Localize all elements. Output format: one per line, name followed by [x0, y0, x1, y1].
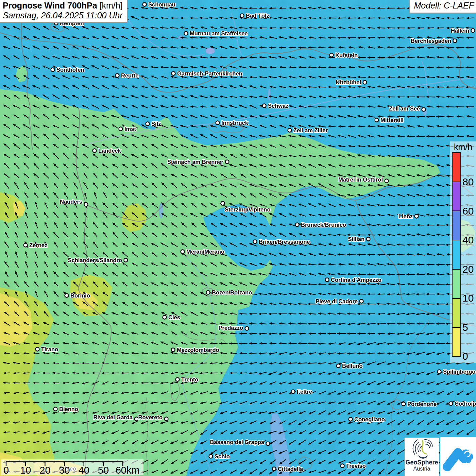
city-dot: [449, 402, 453, 406]
city-meran-merano: Meran/Merano: [181, 249, 224, 255]
city-dot: [245, 327, 249, 330]
city-brixen-bressanone: Brixen/Bressanone: [253, 239, 310, 245]
city-label: Bassano del Grappa: [210, 439, 264, 445]
city-dot: [172, 72, 175, 75]
legend-value-0: 0: [462, 351, 468, 361]
city-dot: [253, 240, 257, 244]
legend-value-60: 60: [462, 206, 474, 216]
city-label: Steinach am Brenner: [167, 159, 224, 165]
city-label: Kufstein: [335, 52, 358, 58]
city-mezzolombardo: Mezzolombardo: [171, 347, 219, 353]
scale-tick-label: 0: [3, 465, 9, 475]
city-dot: [116, 74, 119, 78]
legend-value-80: 80: [462, 177, 474, 187]
city-label: Berchtesgaden: [411, 38, 451, 44]
city-label: Matrei in Osttirol: [338, 176, 383, 183]
city-label: Spilimbergo: [443, 369, 475, 375]
city-dot: [54, 407, 57, 411]
city-label: Pordenone: [407, 401, 437, 407]
legend-segment-60: [453, 182, 460, 211]
city-bassano-del-grappa: Bassano del Grappa: [210, 439, 270, 446]
city-label: Mittersill: [380, 117, 404, 123]
lake-achensee: [268, 88, 271, 101]
scale-tick-label: 60km: [116, 465, 140, 475]
city-dot: [295, 223, 299, 227]
legend-value-5: 5: [462, 322, 468, 333]
city-dot: [209, 455, 213, 458]
city-dot: [93, 149, 97, 153]
city-label: Schongau: [148, 1, 175, 7]
city-schlanders-silandro: Schlanders/Silandro: [68, 257, 128, 263]
city-pieve-di-cadore: Pieve di Cadore: [316, 298, 363, 304]
map-title: Prognose Wind 700hPa [km/h]: [3, 1, 123, 11]
legend-value-20: 20: [462, 264, 474, 274]
city-dot: [206, 291, 210, 294]
city-dot: [163, 316, 167, 319]
legend-color-bar: [452, 152, 461, 357]
city-dot: [171, 348, 175, 352]
city-bozen-bolzano: Bozen/Bolzano: [206, 289, 252, 295]
city-matrei-in-osttirol: Matrei in Osttirol: [338, 176, 389, 183]
city-label: Reutte: [121, 72, 138, 79]
mountain-cloud-icon: [440, 437, 476, 476]
city-label: Trento: [181, 376, 198, 382]
city-label: Belluno: [342, 363, 363, 369]
city-dot: [84, 203, 88, 206]
geosphere-logo-box: GeoSphere Austria: [405, 438, 439, 476]
city-label: Murnau am Staffelsee: [190, 30, 248, 36]
geosphere-wordmark: GeoSphere: [405, 459, 439, 466]
city-label: Kitzbühel: [336, 79, 361, 85]
city-label: Predazzo: [219, 325, 243, 331]
city-dot: [360, 300, 363, 303]
city-murnau-am-staffelsee: Murnau am Staffelsee: [184, 30, 248, 36]
city-label: Lienz: [398, 213, 413, 219]
scale-tick-label: 40: [79, 465, 89, 475]
city-label: Bormio: [70, 292, 90, 299]
scale-ruler: 0102030405060km: [1, 459, 143, 475]
city-dot: [221, 202, 225, 205]
city-label: Codroipo: [455, 401, 476, 407]
city-dot: [288, 129, 292, 132]
city-label: Conegliano: [354, 416, 385, 422]
legend-segment-20: [453, 240, 460, 269]
geosphere-country: Austria: [405, 466, 439, 472]
city-dot: [330, 53, 334, 57]
city-label: Schwaz: [268, 103, 289, 109]
city-label: Sterzing/Vipiteno: [225, 206, 270, 213]
city-dot: [216, 121, 220, 125]
city-label: Zernez: [29, 242, 47, 248]
city-label: Sillian: [348, 236, 364, 242]
city-dot: [36, 347, 39, 351]
city-dot: [262, 104, 266, 108]
legend-segment-80: [453, 153, 460, 182]
city-dot: [337, 364, 340, 368]
wind-speed-legend: km/h 806040201050: [450, 141, 476, 363]
city-dot: [402, 402, 406, 406]
lake-walchensee: [205, 48, 215, 54]
title-text: Prognose Wind 700hPa: [3, 1, 97, 10]
city-label: Zell am See: [389, 105, 420, 112]
geosphere-contour-icon: [410, 438, 434, 459]
legend-segment-10: [453, 269, 460, 298]
city-label: Feltre: [297, 389, 312, 395]
city-dot: [225, 160, 229, 164]
city-label: Imst: [124, 126, 136, 132]
city-berchtesgaden: Berchtesgaden: [411, 38, 457, 44]
map-datetime: Samstag, 26.04.2025 11:00 Uhr: [3, 11, 123, 20]
city-label: Mezzolombardo: [177, 347, 219, 353]
city-label: Sonthofen: [56, 67, 84, 73]
scale-tick-label: 50: [98, 465, 109, 475]
city-label: Schlanders/Silandro: [68, 257, 122, 263]
city-label: Brixen/Bressanone: [259, 239, 310, 245]
city-dot: [143, 3, 147, 6]
city-label: Landeck: [98, 148, 121, 154]
city-dot: [65, 294, 69, 298]
model-label: Modell: C-LAEF: [414, 1, 474, 10]
scale-tick-label: 30: [59, 465, 70, 475]
city-dot: [176, 378, 180, 381]
title-unit: [km/h]: [97, 1, 123, 10]
city-spilimbergo: Spilimbergo: [438, 369, 476, 375]
city-zell-am-ziller: Zell am Ziller: [288, 127, 328, 133]
city-dot: [24, 243, 28, 247]
city-dot: [349, 418, 353, 421]
